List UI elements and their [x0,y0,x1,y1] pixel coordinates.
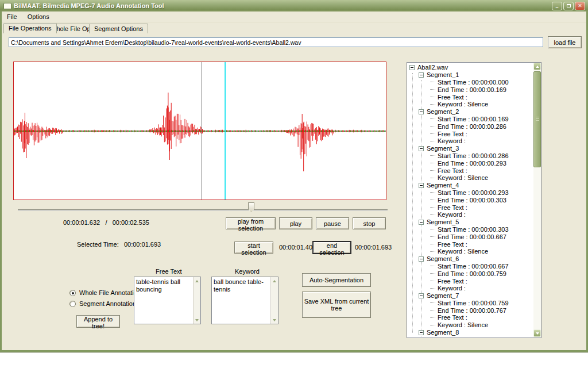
tree-connector [430,244,435,244]
end-selection-button[interactable]: end selection [313,241,351,254]
tree-scroll-up-button[interactable] [533,63,541,70]
collapse-icon[interactable] [419,330,424,335]
tree-segment-node[interactable]: Segment_5 [407,218,533,226]
tree-keyword-leaf[interactable]: Keyword : Silence [407,321,533,329]
tree-connector [430,97,435,97]
collapse-icon[interactable] [419,146,424,151]
tree-free-text-leaf[interactable]: Free Text : [407,240,533,248]
tree-free-text-leaf[interactable]: Free Text : [407,204,533,211]
free-text-area[interactable]: table-tennis ball bouncing [134,277,201,324]
window-title: BilMAAT: Bilmedia MPEG-7 Audio Annotatio… [14,2,552,9]
tree-connector [430,266,435,266]
collapse-icon[interactable] [419,293,424,298]
tree-connector [430,325,435,325]
keyword-scrollbar[interactable] [270,277,278,324]
append-to-tree-button[interactable]: Append to tree! [76,315,120,328]
tree-end-time-leaf[interactable]: End Time : 00:00:00.293 [407,159,533,167]
tree-end-time-leaf[interactable]: End Time : 00:00:00.767 [407,306,533,314]
tree-free-text-leaf[interactable]: Free Text : [407,130,533,137]
tree-free-text-leaf[interactable]: Free Text : [407,93,533,101]
close-button[interactable]: ✕ [575,2,585,10]
tree-start-time-leaf[interactable]: Start Time : 00:00:00.169 [407,116,533,123]
load-file-button[interactable]: load file [548,36,582,48]
tree-segment-node[interactable]: Segment_4 [407,182,533,189]
collapse-icon[interactable] [409,65,415,70]
tree-free-text-leaf[interactable]: Free Text : [407,167,533,174]
tree-connector [430,178,435,178]
tree-segment-node[interactable]: Segment_7 [407,292,533,300]
free-text-label: Free Text [156,268,182,275]
free-text-scrollbar[interactable] [193,277,200,324]
tree-keyword-leaf[interactable]: Keyword : Silence [407,174,533,182]
tree-free-text-leaf[interactable]: Free Text : [407,314,533,321]
tree-start-time-leaf[interactable]: Start Time : 00:00:00.667 [407,263,533,270]
tree-segment-node[interactable]: Segment_8 [407,329,533,336]
tree-start-time-leaf[interactable]: Start Time : 00:00:00.286 [407,152,533,160]
tree-scroll-down-button[interactable] [533,329,541,337]
tree-end-time-leaf[interactable]: End Time : 00:00:00.286 [407,122,533,130]
waveform-display[interactable] [13,62,386,200]
tree-end-time-leaf[interactable]: End Time : 00:00:00.169 [407,86,533,93]
tree-segment-node[interactable]: Segment_2 [407,108,533,116]
tree-keyword-leaf[interactable]: Keyword : [407,285,533,292]
tree-keyword-leaf[interactable]: Keyword : [407,137,533,145]
keyword-label: Keyword [235,268,260,275]
tree-end-time-leaf[interactable]: End Time : 00:00:00.667 [407,233,533,240]
app-icon [3,3,11,9]
seek-slider-track[interactable] [18,209,388,210]
play-button[interactable]: play [279,217,312,229]
scroll-up-icon [195,280,199,282]
tree-connector [430,302,435,303]
tab-file-operations[interactable]: File Operations [3,23,57,33]
tree-scrollbar[interactable] [533,63,541,338]
maximize-button[interactable] [563,2,574,10]
annotation-tree[interactable]: Aball2.wavSegment_1Start Time : 00:00:00… [407,62,541,338]
tree-end-time-leaf[interactable]: End Time : 00:00:00.303 [407,196,533,204]
seek-slider-thumb[interactable] [248,202,254,212]
tree-connector [430,192,435,193]
file-path-input[interactable] [9,37,543,47]
save-xml-button[interactable]: Save XML from current tree [302,292,371,318]
title-bar[interactable]: BilMAAT: Bilmedia MPEG-7 Audio Annotatio… [0,0,588,12]
tree-start-time-leaf[interactable]: Start Time : 00:00:00.303 [407,226,533,233]
tree-connector [430,133,435,134]
tree-scrollbar-thumb[interactable] [533,71,541,167]
keyword-area[interactable]: ball bounce table-tennis [211,277,278,324]
tree-segment-node[interactable]: Segment_3 [407,145,533,152]
segment-annotation-radio[interactable]: Segment Annotation [69,300,136,307]
tree-end-time-leaf[interactable]: End Time : 00:00:00.759 [407,270,533,277]
menu-file[interactable]: File [2,12,22,21]
tree-root-node[interactable]: Aball2.wav [407,64,533,71]
stop-button[interactable]: stop [353,217,386,229]
tree-connector [430,236,435,237]
tree-segment-node[interactable]: Segment_1 [407,71,533,79]
collapse-icon[interactable] [419,220,424,225]
collapse-icon[interactable] [419,183,424,188]
collapse-icon[interactable] [419,72,424,78]
tree-keyword-leaf[interactable]: Keyword : [407,211,533,218]
tab-segment-options[interactable]: Segment Options [89,24,148,33]
minimize-button[interactable]: – [552,2,562,10]
menu-options[interactable]: Options [22,12,55,21]
tree-start-time-leaf[interactable]: Start Time : 00:00:00.293 [407,189,533,197]
radio-icon [69,290,76,296]
collapse-icon[interactable] [419,256,424,262]
start-selection-button[interactable]: start selection [234,241,273,254]
auto-segmentation-button[interactable]: Auto-Segmentation [302,273,371,287]
pause-button[interactable]: pause [316,217,349,229]
tree-start-time-leaf[interactable]: Start Time : 00:00:00.000 [407,79,533,86]
tree-connector [430,310,435,310]
tree-start-time-leaf[interactable]: Start Time : 00:00:00.759 [407,300,533,307]
whole-file-annotation-radio[interactable]: Whole File Annotation [69,289,141,296]
tree-keyword-leaf[interactable]: Keyword : Silence [407,101,533,108]
tab-strip: File Operations Whole File Options Segme… [2,23,586,33]
selected-time-label: Selected Time: 00:00:01.693 [77,241,161,248]
tree-free-text-leaf[interactable]: Free Text : [407,277,533,285]
tree-connector [430,214,435,215]
play-from-selection-button[interactable]: play from selection [226,217,276,229]
tree-connector [430,288,435,289]
collapse-icon[interactable] [419,109,424,114]
tree-segment-node[interactable]: Segment_6 [407,255,533,263]
tree-keyword-leaf[interactable]: Keyword : Silence [407,248,533,255]
scroll-up-icon [536,66,539,68]
